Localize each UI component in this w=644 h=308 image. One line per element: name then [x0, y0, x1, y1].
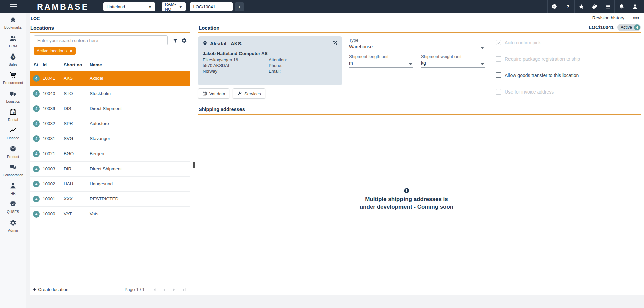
document-id-input[interactable]: [190, 2, 233, 11]
sidebar-item-sales[interactable]: $Sales: [0, 50, 26, 69]
sidebar-item-admin[interactable]: Admin: [0, 216, 26, 235]
star-icon[interactable]: [574, 0, 588, 13]
status-badge: 4: [33, 211, 40, 218]
edit-icon[interactable]: [332, 40, 338, 46]
weight-unit-label: Shipment weight unit: [421, 54, 485, 59]
type-field: Type Warehouse: [349, 38, 485, 51]
close-icon[interactable]: ✕: [69, 49, 73, 53]
help-icon[interactable]: ?: [561, 0, 574, 13]
hamburger-menu-icon[interactable]: [10, 4, 17, 9]
column-header-st[interactable]: St: [34, 62, 38, 67]
column-header-id[interactable]: Id: [43, 62, 47, 67]
address-card: Aksdal - AKS Jakob Hatteland Computer AS…: [198, 36, 342, 85]
table-row[interactable]: 410001XXXRESTRICTED: [30, 192, 190, 207]
status-badge: 4: [33, 105, 40, 112]
cell-name: RESTRICTED: [90, 192, 118, 206]
more-options-icon[interactable]: •••: [633, 16, 639, 20]
address-line: 5570 AKSDAL: [203, 63, 230, 68]
panel-resize-handle[interactable]: [193, 162, 195, 168]
sidebar-item-label: HR: [10, 191, 15, 195]
cell-short-name: BGO: [64, 146, 74, 161]
checkbox-label: Allow goods transfer to this location: [505, 73, 579, 78]
seal-check-icon[interactable]: [547, 0, 561, 13]
list-icon[interactable]: [601, 0, 614, 13]
chat-icon: [9, 164, 17, 172]
table-row[interactable]: 410039DISDirect Shipment: [30, 101, 190, 116]
cell-short-name: DIR: [64, 162, 71, 176]
checkbox-box: [496, 40, 501, 45]
revision-history-link[interactable]: Revision history...: [592, 15, 628, 20]
checkbox-label: Require package registration to ship: [505, 56, 580, 62]
table-row[interactable]: 410032SPRAutostore: [30, 116, 190, 131]
location-pin-icon: [202, 41, 208, 46]
breadcrumb: LOC: [31, 16, 40, 21]
pagination-controls: [152, 287, 186, 292]
sidebar-item-label: Bookmarks: [4, 25, 22, 29]
topbar-icon-group: ?: [547, 0, 641, 13]
services-button[interactable]: Services: [233, 88, 265, 99]
column-header-short-name[interactable]: Short na...: [64, 62, 86, 67]
filter-icon[interactable]: [172, 38, 178, 44]
company-select-value: Hatteland: [106, 4, 125, 9]
sidebar-item-qhses[interactable]: QHSES: [0, 198, 26, 216]
checkbox-label: Use for invoice address: [505, 89, 554, 95]
gear-icon: [9, 219, 17, 228]
checkbox-use-for-invoice-address: Use for invoice address: [496, 89, 554, 95]
table-row[interactable]: 410002HAUHaugesund: [30, 177, 190, 192]
user-icon[interactable]: [628, 0, 641, 13]
chevron-down-icon: ▼: [148, 4, 152, 9]
search-input[interactable]: [34, 35, 168, 45]
content-area: LOC Revision history... ••• Locations Ac…: [30, 13, 644, 295]
first-page-icon: [152, 287, 156, 292]
cell-id: 10032: [43, 116, 55, 131]
length-unit-dropdown[interactable]: m: [349, 60, 413, 68]
bell-icon[interactable]: [614, 0, 628, 13]
table-row[interactable]: 410021BGOBergen: [30, 146, 190, 162]
cell-name: Vats: [90, 207, 98, 222]
cell-name: Haugesund: [90, 177, 113, 191]
status-badge: Active 4: [617, 24, 641, 31]
table-row[interactable]: 410041AKSAksdal: [30, 71, 190, 86]
cell-name: Bergen: [90, 146, 104, 161]
email-label: Email:: [269, 69, 281, 74]
company-name: Jakob Hatteland Computer AS: [203, 51, 268, 56]
person-icon: [9, 182, 17, 191]
cell-id: 10021: [43, 146, 55, 161]
checkbox-allow-goods-transfer-to-this-location[interactable]: Allow goods transfer to this location: [496, 72, 579, 78]
sidebar-item-logistics[interactable]: Logistics: [0, 87, 26, 106]
sidebar-item-product[interactable]: Product: [0, 142, 26, 161]
table-row[interactable]: 410000VATVats: [30, 207, 190, 222]
back-button[interactable]: ‹: [235, 2, 244, 11]
sidebar-item-hr[interactable]: HR: [0, 179, 26, 198]
column-header-name[interactable]: Name: [90, 62, 102, 67]
type-dropdown[interactable]: Warehouse: [349, 44, 485, 51]
settings-gear-icon[interactable]: [181, 38, 187, 44]
sidebar-item-label: Admin: [8, 228, 18, 232]
sidebar-item-finance[interactable]: Finance: [0, 124, 26, 142]
sidebar-item-collaboration[interactable]: Collaboration: [0, 161, 26, 179]
cart-icon: [9, 71, 17, 80]
table-row[interactable]: 410031SVGStavanger: [30, 131, 190, 146]
company-select[interactable]: Hatteland ▼: [103, 2, 155, 11]
create-location-button[interactable]: + Create location: [33, 287, 68, 292]
sidebar-item-procurement[interactable]: Procurement: [0, 69, 26, 87]
sidebar-item-bookmarks[interactable]: Bookmarks: [0, 13, 26, 32]
active-locations-filter-chip[interactable]: Active locations ✕: [34, 47, 76, 55]
paperclip-icon[interactable]: [588, 0, 601, 13]
sidebar-item-rental[interactable]: $Rental: [0, 106, 26, 124]
users-icon: [9, 35, 17, 43]
info-icon: [404, 188, 410, 194]
vat-data-button[interactable]: $ Vat data: [198, 88, 229, 99]
table-row[interactable]: 410003DIRDirect Shipment: [30, 162, 190, 177]
star-icon: [9, 16, 17, 25]
phone-label: Phone:: [269, 63, 282, 68]
shipment-length-unit-field: Shipment length unit m: [349, 54, 413, 68]
table-row[interactable]: 410040STOStockholm: [30, 86, 190, 101]
cell-short-name: STO: [64, 86, 73, 101]
system-select[interactable]: RAM-NO ▼: [162, 2, 186, 11]
next-page-icon: [172, 287, 176, 292]
sidebar-item-crm[interactable]: CRM: [0, 32, 26, 50]
checkbox-box[interactable]: [496, 72, 501, 78]
rambase-app: RAMBASE Hatteland ▼ RAM-NO ▼ ‹ ? Bookmar…: [0, 0, 644, 308]
weight-unit-dropdown[interactable]: kg: [421, 60, 485, 68]
